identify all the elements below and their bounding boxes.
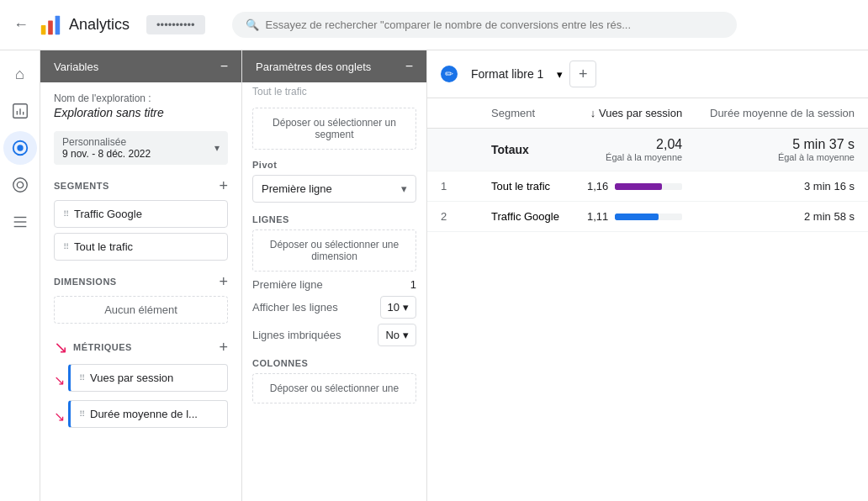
- totals-empty-cell: [427, 129, 478, 171]
- col-header-empty: [427, 98, 478, 129]
- nav-home[interactable]: ⌂: [3, 57, 37, 91]
- drag-handle-icon: ⠿: [79, 409, 85, 419]
- segment-name: Traffic Google: [74, 208, 142, 220]
- table-header-row: Segment ↓ Vues par session Durée moyenne…: [427, 98, 868, 129]
- analytics-logo-icon: [39, 13, 62, 37]
- metrics-section-header: ↘ MÉTRIQUES +: [54, 337, 228, 357]
- premiere-ligne-row: Première ligne 1: [252, 278, 416, 291]
- date-range-value: 9 nov. - 8 déc. 2022: [62, 148, 151, 160]
- account-name[interactable]: ••••••••••: [146, 15, 205, 34]
- drag-handle-icon: ⠿: [63, 209, 69, 219]
- table-header: Segment ↓ Vues par session Durée moyenne…: [427, 98, 868, 129]
- row-duree-1: 3 min 16 s: [696, 171, 868, 202]
- table-row: 1 Tout le trafic 1,16 3 min 16 s: [427, 171, 868, 202]
- row-num-2: 2: [427, 202, 478, 232]
- date-dropdown-icon: ▾: [214, 142, 220, 154]
- afficher-lignes-dropdown[interactable]: 10 ▾: [380, 296, 416, 319]
- pivot-dropdown[interactable]: Première ligne ▾: [252, 175, 416, 203]
- variables-panel: Variables − Nom de l'exploration : Explo…: [40, 50, 242, 501]
- metric-item-duree[interactable]: ⠿ Durée moyenne de l...: [68, 400, 228, 428]
- add-tab-button[interactable]: +: [569, 61, 596, 87]
- row-num-1: 1: [427, 171, 478, 202]
- variables-panel-title: Variables: [54, 61, 98, 73]
- col-header-duree[interactable]: Durée moyenne de la session: [696, 98, 868, 129]
- search-icon: 🔍: [246, 18, 259, 31]
- back-button[interactable]: ←: [13, 16, 29, 34]
- segment-item-tout-le-trafic[interactable]: ⠿ Tout le trafic: [54, 233, 228, 261]
- vues-bar-fill-2: [615, 214, 659, 220]
- lignes-section: LIGNES Déposer ou sélectionner une dimen…: [242, 214, 426, 346]
- add-segment-button[interactable]: +: [219, 178, 228, 193]
- drop-column-area[interactable]: Déposer ou sélectionner une: [252, 373, 416, 403]
- segment-col-label: Segment: [491, 107, 535, 119]
- drop-dimension-area[interactable]: Déposer ou sélectionner une dimension: [252, 229, 416, 272]
- lignes-imbr-dropdown[interactable]: No ▾: [378, 324, 416, 346]
- nav-advertising[interactable]: [3, 168, 37, 202]
- variables-panel-collapse[interactable]: −: [220, 59, 228, 74]
- totals-duree-sub: Égal à la moyenne: [709, 152, 855, 162]
- svg-rect-0: [41, 25, 46, 34]
- segment-name: Tout le trafic: [74, 240, 133, 253]
- nav-reports[interactable]: [3, 94, 37, 128]
- add-dimension-button[interactable]: +: [219, 274, 228, 289]
- search-bar[interactable]: 🔍: [232, 12, 737, 38]
- svg-rect-1: [48, 20, 53, 34]
- format-libre-icon: ✏: [441, 66, 458, 82]
- row-duree-2: 2 min 58 s: [696, 202, 868, 232]
- variables-panel-content: Nom de l'exploration : Exploration sans …: [40, 82, 241, 443]
- dimension-placeholder: Aucun élément: [54, 296, 228, 324]
- metric-name: Durée moyenne de l...: [90, 408, 198, 420]
- app-title: Analytics: [69, 16, 130, 34]
- metric-item-vues[interactable]: ⠿ Vues par session: [68, 364, 228, 392]
- search-input[interactable]: [266, 18, 723, 31]
- vues-col-label: ↓ Vues par session: [590, 107, 682, 119]
- format-libre-label: Format libre 1: [471, 67, 543, 81]
- row-vues-1: 1,16: [573, 171, 696, 202]
- drag-handle-icon: ⠿: [63, 242, 69, 251]
- col-header-vues[interactable]: ↓ Vues par session: [573, 98, 696, 129]
- premiere-ligne-value[interactable]: 1: [410, 278, 416, 291]
- totals-label-cell: Totaux: [478, 129, 573, 171]
- vues-bar-2: [615, 214, 682, 220]
- arrow-annotation-1: ↘: [54, 337, 68, 357]
- svg-point-9: [13, 178, 27, 192]
- row-vues-2: 1,11: [573, 202, 696, 232]
- scroll-indicator: Tout le trafic: [242, 82, 426, 101]
- arrow-annotation-2: ↘: [54, 372, 65, 388]
- arrow-annotation-3: ↘: [54, 409, 65, 425]
- totals-duree-value: 5 min 37 s: [709, 137, 855, 152]
- exploration-name-value[interactable]: Exploration sans titre: [54, 106, 228, 119]
- nav-explore[interactable]: [3, 131, 37, 165]
- svg-rect-2: [56, 15, 61, 34]
- totals-vues-cell: 2,04 Égal à la moyenne: [573, 129, 696, 171]
- parameters-panel: Paramètres des onglets − Tout le trafic …: [242, 50, 427, 501]
- parameters-panel-title: Paramètres des onglets: [256, 61, 371, 73]
- parameters-panel-header: Paramètres des onglets −: [242, 50, 426, 82]
- lignes-imbr-label: Lignes imbriquées: [252, 329, 341, 341]
- vues-value-2: 1,11: [587, 210, 608, 223]
- parameters-panel-collapse[interactable]: −: [405, 59, 413, 74]
- format-libre-dropdown-arrow[interactable]: ▾: [557, 68, 563, 81]
- date-range-selector[interactable]: Personnalisée 9 nov. - 8 déc. 2022 ▾: [54, 131, 228, 165]
- dimensions-label: DIMENSIONS: [54, 277, 117, 287]
- vues-bar-fill-1: [615, 183, 662, 190]
- duree-col-label: Durée moyenne de la session: [710, 107, 855, 119]
- format-libre-button[interactable]: Format libre 1: [464, 64, 550, 84]
- svg-point-8: [17, 145, 23, 150]
- drop-segment-area[interactable]: Déposer ou sélectionner un segment: [252, 108, 416, 150]
- add-metric-button[interactable]: +: [219, 340, 228, 355]
- segment-item-traffic-google[interactable]: ⠿ Traffic Google: [54, 200, 228, 228]
- pivot-value: Première ligne: [262, 182, 332, 195]
- nav-configure[interactable]: [3, 205, 37, 239]
- pivot-dropdown-arrow: ▾: [401, 182, 407, 195]
- row-segment-2[interactable]: Traffic Google: [478, 202, 573, 232]
- col-header-segment[interactable]: Segment: [478, 98, 573, 129]
- afficher-lignes-arrow: ▾: [403, 301, 409, 314]
- drag-handle-icon: ⠿: [79, 373, 85, 382]
- nav-sidebar: ⌂: [0, 50, 40, 501]
- row-segment-1[interactable]: Tout le trafic: [478, 171, 573, 202]
- pivot-section: Pivot Première ligne ▾: [242, 160, 426, 203]
- colonnes-section: COLONNES Déposer ou sélectionner une: [242, 358, 426, 403]
- totals-vues-sub: Égal à la moyenne: [586, 152, 682, 162]
- lignes-label: LIGNES: [252, 214, 416, 224]
